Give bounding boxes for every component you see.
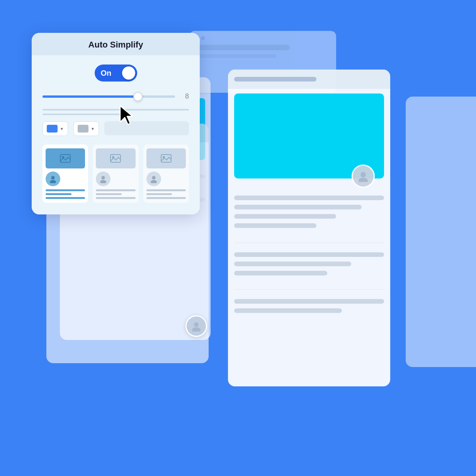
svg-point-1 xyxy=(359,178,368,182)
avatar-card-2 xyxy=(96,172,110,186)
slider-value: 8 xyxy=(181,92,189,100)
toggle-knob xyxy=(122,66,135,80)
dropdown-row: ▼ ▼ xyxy=(42,121,189,136)
bg-card-right xyxy=(228,70,390,386)
toggle-row: On xyxy=(42,65,189,82)
svg-point-4 xyxy=(194,322,199,327)
card-item-3 xyxy=(143,144,189,203)
image-placeholder-3 xyxy=(146,148,186,168)
card-lines-2 xyxy=(96,189,135,199)
svg-point-17 xyxy=(151,180,157,183)
grey-color-dropdown[interactable]: ▼ xyxy=(73,121,99,136)
slider-row: 8 xyxy=(42,92,189,100)
image-placeholder-1 xyxy=(46,148,85,168)
card-lines-1 xyxy=(46,189,85,199)
blue-color-dropdown[interactable]: ▼ xyxy=(42,121,68,136)
toggle-label: On xyxy=(95,69,112,78)
svg-point-9 xyxy=(50,180,56,183)
panel-header: Auto Simplify xyxy=(32,33,200,55)
avatar-card-1 xyxy=(46,172,60,186)
card-lines-3 xyxy=(146,189,186,199)
cyan-hero-area xyxy=(234,94,384,178)
right-card-content-3 xyxy=(228,296,390,321)
avatar-card-3 xyxy=(146,172,161,186)
toggle-switch[interactable]: On xyxy=(95,65,137,82)
floating-avatar xyxy=(185,315,207,337)
right-card-content xyxy=(228,183,390,236)
panel-body: On 8 ▼ ▼ xyxy=(32,55,200,214)
bg-card-far-right xyxy=(406,97,476,367)
card-item-1 xyxy=(42,144,88,203)
divider-line-1 xyxy=(42,109,189,110)
chevron-down-icon: ▼ xyxy=(60,127,64,131)
svg-point-5 xyxy=(192,327,201,332)
auto-simplify-panel: Auto Simplify On 8 ▼ xyxy=(32,33,200,214)
dropdown-color-swatch-blue xyxy=(47,125,58,133)
card-grid xyxy=(42,144,189,203)
svg-point-13 xyxy=(100,180,106,183)
right-card-content-2 xyxy=(228,249,390,283)
image-placeholder-2 xyxy=(96,148,135,168)
slider-thumb[interactable] xyxy=(133,92,143,101)
svg-point-12 xyxy=(102,176,105,180)
panel-title: Auto Simplify xyxy=(41,40,190,50)
slider-fill xyxy=(42,95,138,98)
svg-point-16 xyxy=(152,176,155,180)
divider-line-2 xyxy=(42,114,130,115)
slider-track[interactable] xyxy=(42,95,175,98)
divider-lines xyxy=(42,109,189,115)
chevron-down-icon: ▼ xyxy=(91,127,95,131)
svg-point-0 xyxy=(360,172,366,177)
svg-point-8 xyxy=(51,176,55,180)
avatar xyxy=(352,165,375,188)
dropdown-color-swatch-grey xyxy=(78,125,88,133)
card-item-2 xyxy=(93,144,138,203)
